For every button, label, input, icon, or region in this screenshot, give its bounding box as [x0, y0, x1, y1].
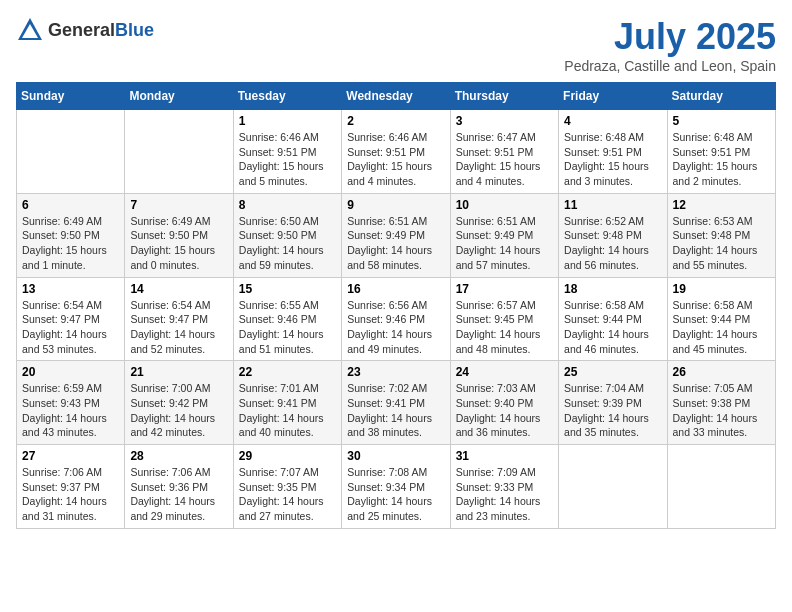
calendar-cell: 6Sunrise: 6:49 AM Sunset: 9:50 PM Daylig… — [17, 193, 125, 277]
day-number: 11 — [564, 198, 661, 212]
day-number: 23 — [347, 365, 444, 379]
day-number: 17 — [456, 282, 553, 296]
calendar-cell: 14Sunrise: 6:54 AM Sunset: 9:47 PM Dayli… — [125, 277, 233, 361]
weekday-header-thursday: Thursday — [450, 83, 558, 110]
calendar-cell: 15Sunrise: 6:55 AM Sunset: 9:46 PM Dayli… — [233, 277, 341, 361]
calendar-cell: 20Sunrise: 6:59 AM Sunset: 9:43 PM Dayli… — [17, 361, 125, 445]
day-info: Sunrise: 7:07 AM Sunset: 9:35 PM Dayligh… — [239, 465, 336, 524]
day-number: 21 — [130, 365, 227, 379]
day-info: Sunrise: 7:00 AM Sunset: 9:42 PM Dayligh… — [130, 381, 227, 440]
weekday-header-saturday: Saturday — [667, 83, 775, 110]
logo: GeneralBlue — [16, 16, 154, 44]
calendar-cell: 1Sunrise: 6:46 AM Sunset: 9:51 PM Daylig… — [233, 110, 341, 194]
calendar-cell — [559, 445, 667, 529]
day-number: 6 — [22, 198, 119, 212]
calendar-cell — [125, 110, 233, 194]
day-number: 14 — [130, 282, 227, 296]
day-number: 26 — [673, 365, 770, 379]
calendar-cell: 30Sunrise: 7:08 AM Sunset: 9:34 PM Dayli… — [342, 445, 450, 529]
day-info: Sunrise: 6:52 AM Sunset: 9:48 PM Dayligh… — [564, 214, 661, 273]
day-info: Sunrise: 6:46 AM Sunset: 9:51 PM Dayligh… — [347, 130, 444, 189]
day-number: 12 — [673, 198, 770, 212]
day-info: Sunrise: 6:59 AM Sunset: 9:43 PM Dayligh… — [22, 381, 119, 440]
calendar-cell: 23Sunrise: 7:02 AM Sunset: 9:41 PM Dayli… — [342, 361, 450, 445]
day-number: 5 — [673, 114, 770, 128]
weekday-header-row: SundayMondayTuesdayWednesdayThursdayFrid… — [17, 83, 776, 110]
page-header: GeneralBlue July 2025 Pedraza, Castille … — [16, 16, 776, 74]
day-info: Sunrise: 6:49 AM Sunset: 9:50 PM Dayligh… — [22, 214, 119, 273]
day-number: 15 — [239, 282, 336, 296]
title-area: July 2025 Pedraza, Castille and Leon, Sp… — [564, 16, 776, 74]
day-number: 18 — [564, 282, 661, 296]
calendar-cell: 18Sunrise: 6:58 AM Sunset: 9:44 PM Dayli… — [559, 277, 667, 361]
calendar-cell: 12Sunrise: 6:53 AM Sunset: 9:48 PM Dayli… — [667, 193, 775, 277]
day-number: 22 — [239, 365, 336, 379]
calendar-cell: 24Sunrise: 7:03 AM Sunset: 9:40 PM Dayli… — [450, 361, 558, 445]
day-info: Sunrise: 6:54 AM Sunset: 9:47 PM Dayligh… — [22, 298, 119, 357]
day-number: 2 — [347, 114, 444, 128]
logo-text: GeneralBlue — [48, 20, 154, 41]
week-row-5: 27Sunrise: 7:06 AM Sunset: 9:37 PM Dayli… — [17, 445, 776, 529]
calendar-cell — [667, 445, 775, 529]
day-number: 29 — [239, 449, 336, 463]
day-number: 28 — [130, 449, 227, 463]
day-number: 31 — [456, 449, 553, 463]
weekday-header-wednesday: Wednesday — [342, 83, 450, 110]
day-info: Sunrise: 6:47 AM Sunset: 9:51 PM Dayligh… — [456, 130, 553, 189]
calendar-cell: 4Sunrise: 6:48 AM Sunset: 9:51 PM Daylig… — [559, 110, 667, 194]
day-info: Sunrise: 7:02 AM Sunset: 9:41 PM Dayligh… — [347, 381, 444, 440]
calendar-cell: 17Sunrise: 6:57 AM Sunset: 9:45 PM Dayli… — [450, 277, 558, 361]
day-info: Sunrise: 6:51 AM Sunset: 9:49 PM Dayligh… — [456, 214, 553, 273]
day-info: Sunrise: 6:48 AM Sunset: 9:51 PM Dayligh… — [673, 130, 770, 189]
weekday-header-sunday: Sunday — [17, 83, 125, 110]
calendar-cell: 26Sunrise: 7:05 AM Sunset: 9:38 PM Dayli… — [667, 361, 775, 445]
day-info: Sunrise: 6:57 AM Sunset: 9:45 PM Dayligh… — [456, 298, 553, 357]
day-number: 7 — [130, 198, 227, 212]
day-number: 13 — [22, 282, 119, 296]
day-info: Sunrise: 6:53 AM Sunset: 9:48 PM Dayligh… — [673, 214, 770, 273]
day-number: 19 — [673, 282, 770, 296]
day-number: 27 — [22, 449, 119, 463]
calendar-cell: 9Sunrise: 6:51 AM Sunset: 9:49 PM Daylig… — [342, 193, 450, 277]
calendar-cell: 10Sunrise: 6:51 AM Sunset: 9:49 PM Dayli… — [450, 193, 558, 277]
calendar-cell: 21Sunrise: 7:00 AM Sunset: 9:42 PM Dayli… — [125, 361, 233, 445]
day-info: Sunrise: 7:06 AM Sunset: 9:36 PM Dayligh… — [130, 465, 227, 524]
day-info: Sunrise: 6:50 AM Sunset: 9:50 PM Dayligh… — [239, 214, 336, 273]
day-info: Sunrise: 6:58 AM Sunset: 9:44 PM Dayligh… — [673, 298, 770, 357]
calendar-cell: 22Sunrise: 7:01 AM Sunset: 9:41 PM Dayli… — [233, 361, 341, 445]
day-number: 24 — [456, 365, 553, 379]
day-number: 10 — [456, 198, 553, 212]
day-info: Sunrise: 6:48 AM Sunset: 9:51 PM Dayligh… — [564, 130, 661, 189]
day-info: Sunrise: 7:03 AM Sunset: 9:40 PM Dayligh… — [456, 381, 553, 440]
calendar-cell: 3Sunrise: 6:47 AM Sunset: 9:51 PM Daylig… — [450, 110, 558, 194]
calendar-cell: 25Sunrise: 7:04 AM Sunset: 9:39 PM Dayli… — [559, 361, 667, 445]
month-title: July 2025 — [564, 16, 776, 58]
calendar-cell: 16Sunrise: 6:56 AM Sunset: 9:46 PM Dayli… — [342, 277, 450, 361]
day-info: Sunrise: 7:05 AM Sunset: 9:38 PM Dayligh… — [673, 381, 770, 440]
day-info: Sunrise: 7:08 AM Sunset: 9:34 PM Dayligh… — [347, 465, 444, 524]
day-info: Sunrise: 6:55 AM Sunset: 9:46 PM Dayligh… — [239, 298, 336, 357]
day-number: 30 — [347, 449, 444, 463]
week-row-3: 13Sunrise: 6:54 AM Sunset: 9:47 PM Dayli… — [17, 277, 776, 361]
day-info: Sunrise: 7:01 AM Sunset: 9:41 PM Dayligh… — [239, 381, 336, 440]
calendar-cell: 8Sunrise: 6:50 AM Sunset: 9:50 PM Daylig… — [233, 193, 341, 277]
day-info: Sunrise: 6:56 AM Sunset: 9:46 PM Dayligh… — [347, 298, 444, 357]
calendar-cell: 5Sunrise: 6:48 AM Sunset: 9:51 PM Daylig… — [667, 110, 775, 194]
day-number: 20 — [22, 365, 119, 379]
weekday-header-friday: Friday — [559, 83, 667, 110]
day-info: Sunrise: 6:51 AM Sunset: 9:49 PM Dayligh… — [347, 214, 444, 273]
week-row-1: 1Sunrise: 6:46 AM Sunset: 9:51 PM Daylig… — [17, 110, 776, 194]
day-info: Sunrise: 7:06 AM Sunset: 9:37 PM Dayligh… — [22, 465, 119, 524]
day-info: Sunrise: 6:58 AM Sunset: 9:44 PM Dayligh… — [564, 298, 661, 357]
logo-blue: Blue — [115, 20, 154, 40]
calendar-cell: 28Sunrise: 7:06 AM Sunset: 9:36 PM Dayli… — [125, 445, 233, 529]
calendar-cell: 27Sunrise: 7:06 AM Sunset: 9:37 PM Dayli… — [17, 445, 125, 529]
day-number: 8 — [239, 198, 336, 212]
week-row-4: 20Sunrise: 6:59 AM Sunset: 9:43 PM Dayli… — [17, 361, 776, 445]
logo-general: General — [48, 20, 115, 40]
day-number: 1 — [239, 114, 336, 128]
calendar-cell: 19Sunrise: 6:58 AM Sunset: 9:44 PM Dayli… — [667, 277, 775, 361]
day-number: 3 — [456, 114, 553, 128]
week-row-2: 6Sunrise: 6:49 AM Sunset: 9:50 PM Daylig… — [17, 193, 776, 277]
calendar-cell: 7Sunrise: 6:49 AM Sunset: 9:50 PM Daylig… — [125, 193, 233, 277]
